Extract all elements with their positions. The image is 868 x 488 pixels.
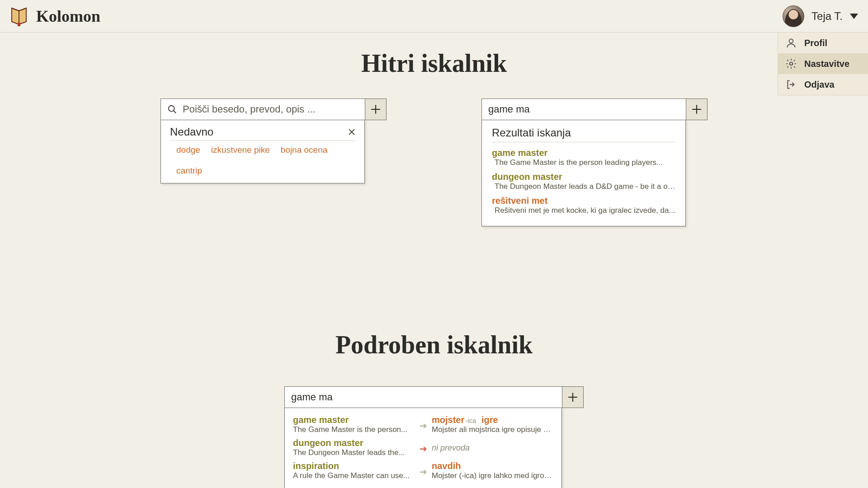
- pair-row[interactable]: inspiration A rule the Game Master can u…: [293, 459, 553, 482]
- result-item[interactable]: game master The Game Master is the perso…: [492, 146, 675, 170]
- dst-term: navdih: [432, 461, 553, 471]
- close-icon[interactable]: [348, 128, 355, 136]
- svg-point-2: [790, 62, 793, 66]
- search-input-wrapper-left[interactable]: [160, 99, 366, 120]
- recent-term[interactable]: izkustvene pike: [211, 145, 270, 155]
- detailed-results: game master The Game Master is the perso…: [284, 407, 562, 488]
- svg-line-4: [174, 111, 176, 113]
- result-desc: The Dungeon Master leads a D&D game - be…: [492, 182, 675, 191]
- detailed-search-input-wrapper[interactable]: [284, 386, 563, 408]
- src-term: inspiration: [293, 461, 415, 471]
- detailed-search-title: Podroben iskalnik: [0, 330, 868, 359]
- topbar: Kolomon Teja T.: [0, 0, 868, 33]
- svg-point-1: [789, 39, 793, 43]
- no-translation: ni prevoda: [432, 438, 553, 453]
- add-button-right[interactable]: [686, 99, 708, 120]
- add-button-detailed[interactable]: [562, 386, 584, 408]
- quick-search-left: Nedavno dodge izkustvene pike bojna ocen…: [160, 99, 387, 226]
- menu-item-logout-label: Odjava: [804, 80, 835, 90]
- add-button-left[interactable]: [365, 99, 387, 120]
- brand[interactable]: Kolomon: [10, 6, 100, 26]
- menu-item-settings[interactable]: Nastavitve: [778, 53, 868, 74]
- quick-search-right: Rezultati iskanja game master The Game M…: [481, 99, 708, 226]
- arrow-right-icon: ➔: [416, 438, 430, 454]
- menu-item-settings-label: Nastavitve: [804, 59, 849, 69]
- recent-heading: Nedavno: [170, 126, 213, 138]
- plus-icon: [370, 103, 382, 115]
- gear-icon: [785, 58, 797, 70]
- result-item[interactable]: rešitveni met Rešitveni met je met kocke…: [492, 194, 675, 218]
- search-icon: [167, 104, 177, 114]
- search-input-left[interactable]: [183, 103, 359, 115]
- src-term: game master: [293, 415, 415, 425]
- search-input-right[interactable]: [488, 103, 680, 115]
- chevron-down-icon: [850, 14, 858, 19]
- plus-icon: [691, 103, 703, 115]
- menu-item-logout[interactable]: Odjava: [778, 74, 868, 95]
- recent-term[interactable]: dodge: [176, 145, 200, 155]
- arrow-right-icon: ➔: [416, 415, 430, 431]
- svg-point-3: [169, 106, 175, 112]
- svg-rect-0: [18, 23, 20, 26]
- plus-icon: [567, 391, 579, 403]
- menu-item-profile-label: Profil: [804, 38, 827, 48]
- results-panel: Rezultati iskanja game master The Game M…: [481, 120, 686, 226]
- src-term: dungeon master: [293, 438, 415, 448]
- result-term: game master: [492, 148, 675, 158]
- recent-panel: Nedavno dodge izkustvene pike bojna ocen…: [160, 120, 365, 183]
- src-desc: A rule the Game Master can use...: [293, 471, 415, 480]
- result-item[interactable]: dungeon master The Dungeon Master leads …: [492, 170, 675, 194]
- pair-row[interactable]: game master The Game Master is the perso…: [293, 413, 553, 436]
- brand-name: Kolomon: [36, 7, 100, 26]
- user-menu: Profil Nastavitve Odjava: [778, 33, 868, 95]
- src-desc: The Game Master is the person...: [293, 425, 415, 434]
- user-icon: [785, 37, 797, 49]
- recent-term[interactable]: cantrip: [176, 166, 202, 176]
- dst-desc: Mojster ali mojstrica igre opisuje svet,…: [432, 425, 553, 434]
- detailed-search-input[interactable]: [291, 391, 556, 403]
- user-area[interactable]: Teja T.: [783, 5, 858, 27]
- logout-icon: [785, 79, 797, 90]
- search-input-wrapper-right[interactable]: [481, 99, 687, 120]
- result-term: rešitveni met: [492, 196, 675, 206]
- result-desc: Rešitveni met je met kocke, ki ga igrale…: [492, 206, 675, 215]
- detailed-search: game master The Game Master is the perso…: [284, 386, 584, 488]
- avatar: [783, 5, 804, 27]
- result-desc: The Game Master is the person leading pl…: [492, 158, 675, 167]
- src-desc: The Dungeon Master leads the...: [293, 448, 415, 457]
- recent-term[interactable]: bojna ocena: [281, 145, 328, 155]
- dst-desc: Mojster (-ica) igre lahko med igro igral…: [432, 471, 553, 480]
- pair-row[interactable]: dungeon master The Dungeon Master leads …: [293, 436, 553, 459]
- username: Teja T.: [811, 10, 843, 23]
- arrow-right-icon: ➔: [416, 461, 430, 477]
- logo-icon: [10, 6, 28, 26]
- menu-item-profile[interactable]: Profil: [778, 33, 868, 53]
- results-heading: Rezultati iskanja: [492, 127, 675, 142]
- result-term: dungeon master: [492, 172, 675, 182]
- quick-search-title: Hitri iskalnik: [0, 49, 868, 78]
- dst-term: mojster-ica igre: [432, 415, 553, 425]
